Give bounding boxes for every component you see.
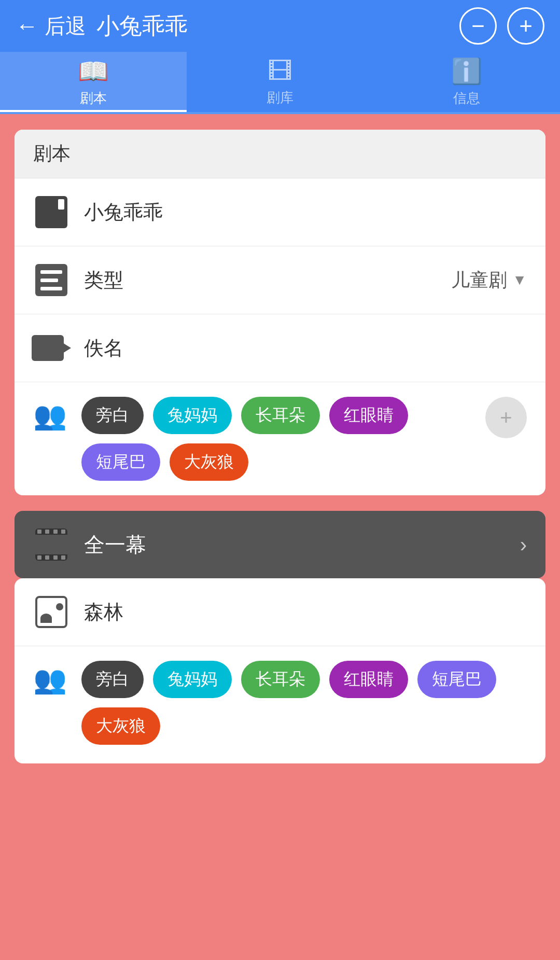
scene-title-card: 全一幕 › [15, 511, 545, 578]
scene-section: 全一幕 › 森林 👥 旁白 兔妈妈 长耳朵 红 [15, 511, 545, 763]
characters-row: 👥 旁白 兔妈妈 长耳朵 红眼睛 短尾巴 大灰狼 + [15, 382, 545, 495]
type-value-text: 儿童剧 [451, 268, 507, 293]
scene-name: 森林 [84, 599, 527, 625]
list-lines-icon [35, 264, 67, 296]
title-row[interactable]: 小兔乖乖 [15, 178, 545, 246]
author-label: 佚名 [84, 335, 527, 361]
scene-tag-rabbit-mom[interactable]: 兔妈妈 [153, 661, 232, 698]
tab-script-label: 剧本 [80, 89, 107, 107]
film-frame-icon: 🎞 [268, 57, 292, 86]
minus-button[interactable]: − [459, 7, 497, 45]
tab-bar: 📖 剧本 🎞 剧库 ℹ️ 信息 [0, 52, 560, 114]
header-title: 小兔乖乖 [96, 11, 188, 41]
tag-long-ears-1[interactable]: 长耳朵 [241, 397, 320, 434]
tab-script[interactable]: 📖 剧本 [0, 52, 187, 112]
scene-title-row[interactable]: 全一幕 › [15, 511, 545, 578]
script-title: 小兔乖乖 [84, 199, 527, 226]
type-row[interactable]: 类型 儿童剧 ▼ [15, 246, 545, 314]
scene-tag-big-wolf[interactable]: 大灰狼 [81, 707, 160, 745]
back-button[interactable]: ← 后退 [16, 12, 86, 40]
tag-rabbit-mom-1[interactable]: 兔妈妈 [153, 397, 232, 434]
add-character-button[interactable]: + [485, 397, 527, 438]
header: ← 后退 小兔乖乖 − + [0, 0, 560, 52]
type-label: 类型 [84, 267, 451, 294]
card-header-text: 剧本 [33, 143, 71, 164]
dropdown-arrow-icon: ▼ [512, 272, 527, 288]
tab-library-label: 剧库 [267, 89, 293, 107]
character-tags: 旁白 兔妈妈 长耳朵 红眼睛 短尾巴 大灰狼 [81, 397, 485, 481]
tag-big-wolf-1[interactable]: 大灰狼 [170, 443, 248, 481]
scene-tag-long-ears[interactable]: 长耳朵 [241, 661, 320, 698]
tab-info-label: 信息 [453, 89, 480, 107]
scene-name-row[interactable]: 森林 [15, 578, 545, 646]
chevron-right-icon: › [520, 533, 527, 556]
header-actions: − + [459, 7, 544, 45]
video-row-icon [33, 330, 69, 366]
scene-people-icon: 👥 [33, 664, 67, 694]
scene-tag-short-tail[interactable]: 短尾巴 [417, 661, 496, 698]
tag-narrator-1[interactable]: 旁白 [81, 397, 144, 434]
scene-character-tags: 旁白 兔妈妈 长耳朵 红眼睛 短尾巴 大灰狼 [81, 661, 527, 745]
people-icon: 👥 [33, 400, 67, 430]
scene-tag-red-eyes[interactable]: 红眼睛 [329, 661, 408, 698]
tab-library[interactable]: 🎞 剧库 [187, 52, 373, 112]
scene-characters-row: 👥 旁白 兔妈妈 长耳朵 红眼睛 短尾巴 大灰狼 [15, 646, 545, 763]
film-row-icon [33, 526, 69, 563]
book-icon: 📖 [78, 57, 109, 86]
main-content: 剧本 小兔乖乖 类型 儿童剧 ▼ [0, 114, 560, 779]
card-header: 剧本 [15, 130, 545, 178]
type-value[interactable]: 儿童剧 ▼ [451, 268, 527, 293]
script-info-card: 剧本 小兔乖乖 类型 儿童剧 ▼ [15, 130, 545, 495]
scene-detail-card: 森林 👥 旁白 兔妈妈 长耳朵 红眼睛 短尾巴 大灰狼 [15, 578, 545, 763]
scene-people-icon-wrap: 👥 [33, 661, 67, 695]
tab-info[interactable]: ℹ️ 信息 [373, 52, 560, 112]
scene-tag-narrator[interactable]: 旁白 [81, 661, 144, 698]
video-icon [32, 335, 64, 361]
list-row-icon [33, 262, 69, 298]
book-row-icon [33, 194, 69, 230]
back-label: 后退 [45, 12, 86, 40]
film-icon [35, 528, 67, 561]
book-icon [35, 196, 67, 228]
author-row[interactable]: 佚名 [15, 314, 545, 382]
back-arrow-icon: ← [16, 13, 38, 39]
scene-title-text: 全一幕 [84, 531, 520, 559]
people-row-icon: 👥 [33, 397, 67, 432]
image-icon [35, 596, 67, 628]
image-row-icon [33, 594, 69, 630]
tag-red-eyes-1[interactable]: 红眼睛 [329, 397, 408, 434]
plus-button[interactable]: + [507, 7, 544, 45]
info-circle-icon: ℹ️ [451, 57, 482, 86]
tag-short-tail-1[interactable]: 短尾巴 [81, 443, 160, 481]
